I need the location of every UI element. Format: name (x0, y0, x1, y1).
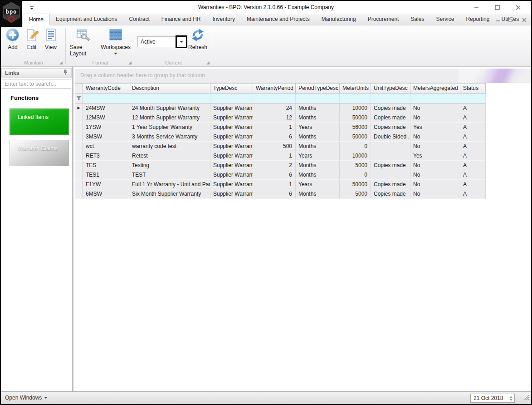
cell-status[interactable]: A (460, 161, 486, 170)
cell-periodtypedesc[interactable]: Years (296, 151, 340, 161)
date-input[interactable] (471, 394, 508, 402)
cell-typedesc[interactable]: Supplier Warranty (210, 161, 253, 170)
cell-typedesc[interactable]: Supplier Warranty (210, 104, 253, 113)
cell-metersaggregated[interactable]: No (410, 189, 460, 199)
filter-cell-metersaggregated[interactable] (410, 94, 460, 104)
add-button[interactable]: Add (5, 28, 20, 50)
cell-description[interactable]: Testing (129, 161, 210, 170)
filter-cell-periodtypedesc[interactable] (296, 94, 340, 104)
cell-typedesc[interactable]: Supplier Warranty (210, 170, 253, 180)
cell-metersaggregated[interactable]: No (410, 180, 460, 189)
table-row[interactable]: RET3RetestSupplier Warranty1Years10000Ye… (75, 151, 486, 161)
cell-meterunits[interactable]: 5000 (340, 189, 371, 199)
cell-meterunits[interactable]: 50000 (340, 180, 371, 189)
cell-description[interactable]: TEST (129, 170, 210, 180)
table-row[interactable]: TESTestingSupplier Warranty2Months5000Co… (75, 161, 486, 170)
tab-contract[interactable]: Contract (123, 14, 155, 25)
tab-equipment-and-locations[interactable]: Equipment and Locations (50, 14, 123, 25)
cell-unittypedesc[interactable] (371, 170, 410, 180)
cell-unittypedesc[interactable] (371, 142, 410, 151)
cell-metersaggregated[interactable]: No (410, 104, 460, 113)
group-by-panel[interactable]: Drag a column header here to group by th… (75, 69, 531, 83)
filter-cell-meterunits[interactable] (340, 94, 371, 104)
bpo-logo[interactable]: bpo (1, 1, 22, 27)
refresh-button[interactable]: Refresh (188, 28, 207, 50)
dialog-launcher-icon[interactable]: ◢ (59, 61, 63, 65)
function-warranty-claims[interactable]: Warranty Claims (10, 140, 69, 166)
cell-metersaggregated[interactable]: No (410, 170, 460, 180)
date-spinner[interactable] (508, 394, 514, 402)
cell-status[interactable]: A (460, 151, 486, 161)
cell-periodtypedesc[interactable]: Months (296, 104, 340, 113)
cell-warrantycode[interactable]: 12MSW (83, 113, 129, 123)
view-button[interactable]: View (44, 28, 58, 50)
open-windows-dropdown[interactable]: Open Windows (5, 395, 48, 401)
cell-meterunits[interactable]: 5000 (340, 161, 371, 170)
save-layout-button[interactable]: Save Layout (70, 28, 96, 57)
cell-warrantycode[interactable]: 3MSW (83, 132, 129, 142)
cell-warrantyperiod[interactable]: 24 (253, 104, 296, 113)
pin-icon[interactable] (63, 69, 68, 77)
table-row[interactable]: 6MSWSix Month Supplier WarrantySupplier … (75, 189, 486, 199)
search-input[interactable] (2, 81, 75, 87)
resize-grip-icon[interactable] (524, 394, 529, 402)
cell-warrantycode[interactable]: RET3 (83, 151, 129, 161)
cell-warrantycode[interactable]: F1YW (83, 180, 129, 189)
column-header-typedesc[interactable]: TypeDesc (210, 83, 253, 94)
filter-cell-warrantycode[interactable] (83, 94, 129, 104)
cell-unittypedesc[interactable]: Copies made (371, 113, 410, 123)
cell-metersaggregated[interactable]: Yes (410, 151, 460, 161)
cell-status[interactable]: A (460, 123, 486, 132)
cell-typedesc[interactable]: Supplier Warranty (210, 151, 253, 161)
cell-metersaggregated[interactable]: Yes (410, 123, 460, 132)
column-header-warrantycode[interactable]: WarrantyCode (83, 83, 129, 94)
cell-meterunits[interactable]: 10000 (340, 104, 371, 113)
table-row[interactable]: 12MSW12 Month Supplier WarrantySupplier … (75, 113, 486, 123)
filter-cell-unittypedesc[interactable] (371, 94, 410, 104)
cell-status[interactable]: A (460, 132, 486, 142)
table-row[interactable]: ▶24MSW24 Month Supplier WarrantySupplier… (75, 104, 486, 113)
cell-periodtypedesc[interactable]: Months (296, 161, 340, 170)
tab-finance-and-hr[interactable]: Finance and HR (156, 14, 207, 25)
cell-unittypedesc[interactable]: Copies made (371, 104, 410, 113)
cell-warrantyperiod[interactable]: 6 (253, 170, 296, 180)
cell-warrantycode[interactable]: wct (83, 142, 129, 151)
cell-metersaggregated[interactable]: No (410, 142, 460, 151)
cell-description[interactable]: 3 Months Service Warranty (129, 132, 210, 142)
cell-warrantyperiod[interactable]: 1 (253, 151, 296, 161)
cell-periodtypedesc[interactable]: Months (296, 132, 340, 142)
filter-cell-description[interactable] (129, 94, 210, 104)
column-header-periodtypedesc[interactable]: PeriodTypeDesc (296, 83, 340, 94)
dialog-launcher-icon[interactable]: ◢ (128, 61, 132, 65)
maximize-button[interactable] (487, 2, 508, 13)
cell-warrantycode[interactable]: TES (83, 161, 129, 170)
status-filter-combobox[interactable]: Active (137, 36, 176, 47)
cell-status[interactable]: A (460, 170, 486, 180)
table-row[interactable]: 1YSW1 Year Supplier WarrantySupplier War… (75, 123, 486, 132)
cell-warrantycode[interactable]: 24MSW (83, 104, 129, 113)
cell-warrantycode[interactable]: 1YSW (83, 123, 129, 132)
cell-typedesc[interactable]: Supplier Warranty (210, 189, 253, 199)
cell-typedesc[interactable]: Supplier Warranty (210, 132, 253, 142)
cell-description[interactable]: 1 Year Supplier Warranty (129, 123, 210, 132)
cell-periodtypedesc[interactable]: Months (296, 142, 340, 151)
cell-description[interactable]: Six Month Supplier Warranty (129, 189, 210, 199)
cell-unittypedesc[interactable]: Double Sided ... (371, 132, 410, 142)
cell-unittypedesc[interactable]: Copies made (371, 180, 410, 189)
cell-unittypedesc[interactable]: Copies made (371, 123, 410, 132)
cell-periodtypedesc[interactable]: Months (296, 113, 340, 123)
table-row[interactable]: TES1TESTSupplier Warranty6Months0NoA (75, 170, 486, 180)
cell-status[interactable]: A (460, 142, 486, 151)
tab-reporting[interactable]: Reporting (460, 14, 495, 25)
spinner-up-icon[interactable] (510, 396, 512, 398)
function-linked-items[interactable]: Linked Items (10, 109, 69, 135)
cell-warrantyperiod[interactable]: 6 (253, 132, 296, 142)
cell-description[interactable]: 24 Month Supplier Warranty (129, 104, 210, 113)
tab-inventory[interactable]: Inventory (207, 14, 241, 25)
cell-periodtypedesc[interactable]: Years (296, 123, 340, 132)
tab-procurement[interactable]: Procurement (362, 14, 405, 25)
dialog-launcher-icon[interactable]: ◢ (206, 61, 210, 65)
cell-warrantycode[interactable]: 6MSW (83, 189, 129, 199)
filter-cell-status[interactable] (460, 94, 486, 104)
spinner-down-icon[interactable] (510, 399, 512, 401)
